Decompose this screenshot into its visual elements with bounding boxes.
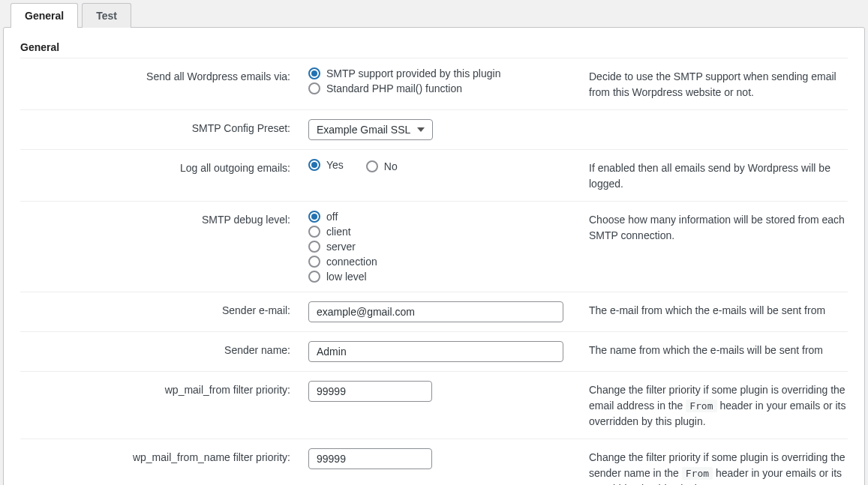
label-debug: SMTP debug level:	[20, 211, 298, 283]
radio-label-client: client	[326, 226, 351, 238]
radio-label-no: No	[384, 160, 398, 172]
desc-log: If enabled then all emails send by Wordp…	[589, 159, 848, 192]
row-preset: SMTP Config Preset: Example Gmail SSL	[20, 109, 848, 149]
radio-log-no[interactable]	[366, 160, 378, 172]
select-preset[interactable]: Example Gmail SSL	[308, 119, 433, 140]
control-debug: off client server connection low level	[308, 211, 578, 283]
label-filter-from-name: wp_mail_from_name filter priority:	[20, 448, 298, 485]
input-sender-email[interactable]	[308, 301, 563, 322]
radio-log-yes[interactable]	[308, 159, 320, 171]
label-filter-from: wp_mail_from filter priority:	[20, 381, 298, 430]
radio-label-lowlevel: low level	[326, 271, 367, 283]
radio-debug-connection[interactable]	[308, 256, 320, 268]
desc-sender-name: The name from which the e-mails will be …	[589, 341, 848, 362]
desc-filter-from-name: Change the filter priority if some plugi…	[589, 448, 848, 485]
label-sender-name: Sender name:	[20, 341, 298, 362]
radio-debug-client[interactable]	[308, 226, 320, 238]
input-sender-name[interactable]	[308, 341, 563, 362]
radio-debug-lowlevel[interactable]	[308, 271, 320, 283]
row-filter-from: wp_mail_from filter priority: Change the…	[20, 371, 848, 439]
radio-label-smtp: SMTP support provided by this plugin	[326, 67, 500, 79]
radio-debug-off[interactable]	[308, 211, 320, 223]
row-sender-name: Sender name: The name from which the e-m…	[20, 331, 848, 371]
row-sender-email: Sender e-mail: The e-mail from which the…	[20, 292, 848, 331]
radio-label-php: Standard PHP mail() function	[326, 82, 462, 94]
radio-php[interactable]	[308, 82, 320, 94]
label-log: Log all outgoing emails:	[20, 159, 298, 192]
desc-preset	[589, 119, 848, 140]
code-from-2: From	[682, 467, 713, 480]
label-preset: SMTP Config Preset:	[20, 119, 298, 140]
radio-label-server: server	[326, 241, 356, 253]
tab-test[interactable]: Test	[82, 3, 131, 28]
radio-smtp[interactable]	[308, 67, 320, 79]
input-filter-from[interactable]	[308, 381, 432, 402]
label-send-via: Send all Wordpress emails via:	[20, 67, 298, 100]
desc-sender-email: The e-mail from which the e-mails will b…	[589, 301, 848, 322]
control-filter-from-name	[308, 448, 578, 485]
radio-debug-server[interactable]	[308, 241, 320, 253]
row-filter-from-name: wp_mail_from_name filter priority: Chang…	[20, 439, 848, 485]
control-preset: Example Gmail SSL	[308, 119, 578, 140]
section-title: General	[20, 41, 848, 53]
tab-general[interactable]: General	[11, 3, 78, 28]
control-sender-email	[308, 301, 578, 322]
code-from: From	[686, 400, 716, 412]
desc-debug: Choose how many information will be stor…	[589, 211, 848, 283]
control-log: Yes No	[308, 159, 578, 192]
desc-send-via: Decide to use the SMTP support when send…	[589, 67, 848, 100]
radio-label-off: off	[326, 211, 338, 223]
control-send-via: SMTP support provided by this plugin Sta…	[308, 67, 578, 100]
desc-filter-from: Change the filter priority if some plugi…	[589, 381, 848, 430]
row-debug: SMTP debug level: off client server conn…	[20, 201, 848, 292]
label-sender-email: Sender e-mail:	[20, 301, 298, 322]
tabs: General Test	[11, 3, 865, 28]
control-sender-name	[308, 341, 578, 362]
row-send-via: Send all Wordpress emails via: SMTP supp…	[20, 58, 848, 109]
row-log: Log all outgoing emails: Yes No If enabl…	[20, 149, 848, 201]
radio-label-connection: connection	[326, 256, 377, 268]
input-filter-from-name[interactable]	[308, 448, 432, 469]
control-filter-from	[308, 381, 578, 430]
radio-label-yes: Yes	[326, 159, 344, 171]
settings-panel: General Send all Wordpress emails via: S…	[3, 27, 865, 485]
